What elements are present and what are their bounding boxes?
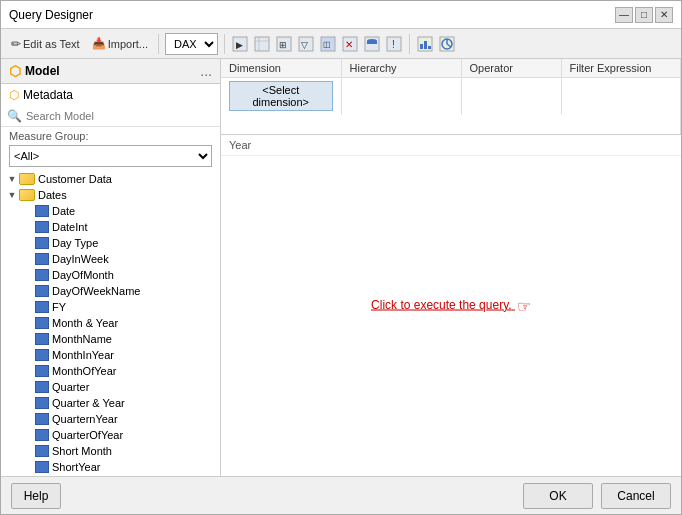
expand-icon[interactable] (21, 220, 35, 234)
tree-field-item[interactable]: DayInWeek (1, 251, 220, 267)
tree-field-item[interactable]: QuarterOfYear (1, 427, 220, 443)
edit-as-text-button[interactable]: ✏ Edit as Text (7, 35, 84, 53)
cancel-button[interactable]: Cancel (601, 483, 671, 509)
field-icon (35, 269, 49, 281)
dimension-col-header: Dimension (221, 59, 341, 78)
field-icon (35, 205, 49, 217)
svg-rect-19 (420, 44, 423, 49)
expand-icon[interactable] (21, 460, 35, 474)
tree-item-label: Date (52, 205, 75, 217)
toolbar-icon-exclaim[interactable]: ! (385, 35, 403, 53)
tree-root: ▼Customer Data▼DatesDateDateIntDay TypeD… (1, 171, 220, 476)
filter-row-2 (221, 114, 681, 134)
import-icon: 📥 (92, 37, 106, 50)
expand-icon[interactable] (21, 252, 35, 266)
left-panel: ⬡ Model ... ⬡ Metadata 🔍 Measure Group: … (1, 59, 221, 476)
metadata-item[interactable]: ⬡ Metadata (1, 84, 220, 106)
filter-table: Dimension Hierarchy Operator Filter Expr… (221, 59, 681, 134)
title-bar-buttons: — □ ✕ (615, 7, 673, 23)
toolbar-icon-2[interactable] (253, 35, 271, 53)
tree-group-item[interactable]: ▼Customer Data (1, 171, 220, 187)
toolbar-icon-9[interactable] (438, 35, 456, 53)
expand-icon[interactable]: ▼ (5, 188, 19, 202)
expand-icon[interactable] (21, 300, 35, 314)
cancel-query-icon: ✕ (342, 36, 358, 52)
tree-item-label: FY (52, 301, 66, 313)
maximize-button[interactable]: □ (635, 7, 653, 23)
expand-icon[interactable]: ▼ (5, 172, 19, 186)
field-icon (35, 365, 49, 377)
tree-field-item[interactable]: MonthName (1, 331, 220, 347)
bottom-bar: Help OK Cancel (1, 476, 681, 514)
tree-field-item[interactable]: DayOfMonth (1, 267, 220, 283)
toolbar-icon-7[interactable] (363, 35, 381, 53)
model-panel-header: ⬡ Model ... (1, 59, 220, 84)
tree-field-item[interactable]: Day Type (1, 235, 220, 251)
ok-button[interactable]: OK (523, 483, 593, 509)
tree-field-item[interactable]: QuarternYear (1, 411, 220, 427)
toolbar-icon-1[interactable]: ▶ (231, 35, 249, 53)
expand-icon[interactable] (21, 444, 35, 458)
filter-icon: ▽ (298, 36, 314, 52)
expand-icon[interactable] (21, 316, 35, 330)
tree-item-label: ShortYear (52, 461, 101, 473)
tree-field-item[interactable]: Quarter (1, 379, 220, 395)
expand-icon[interactable] (21, 236, 35, 250)
search-input[interactable] (26, 110, 214, 122)
tree-field-item[interactable]: Quarter & Year (1, 395, 220, 411)
tree-group-item[interactable]: ▼Dates (1, 187, 220, 203)
toolbar-icon-8[interactable] (416, 35, 434, 53)
tree-field-item[interactable]: DayOfWeekName (1, 283, 220, 299)
design-icon: ◫ (320, 36, 336, 52)
execute-query-text[interactable]: Click to execute the query. (371, 298, 512, 312)
expand-icon[interactable] (21, 284, 35, 298)
tree-field-item[interactable]: Short Month (1, 443, 220, 459)
expand-icon[interactable] (21, 348, 35, 362)
expand-icon[interactable] (21, 364, 35, 378)
tree-field-item[interactable]: Month & Year (1, 315, 220, 331)
dax-dropdown[interactable]: DAX (165, 33, 218, 55)
chart2-icon (439, 36, 455, 52)
help-button[interactable]: Help (11, 483, 61, 509)
measure-group-select[interactable]: <All> (9, 145, 212, 167)
empty-filter-row (221, 114, 681, 134)
expand-icon[interactable] (21, 412, 35, 426)
chart-icon (417, 36, 433, 52)
svg-text:▶: ▶ (236, 40, 243, 50)
close-button[interactable]: ✕ (655, 7, 673, 23)
tree-item-label: QuarternYear (52, 413, 118, 425)
query-designer-window: Query Designer — □ ✕ ✏ Edit as Text 📥 Im… (0, 0, 682, 515)
expand-icon[interactable] (21, 396, 35, 410)
tree-field-item[interactable]: MonthInYear (1, 347, 220, 363)
run-icon: ▶ (232, 36, 248, 52)
tree-item-label: MonthName (52, 333, 112, 345)
toolbar-icon-5[interactable]: ◫ (319, 35, 337, 53)
measure-group-label: Measure Group: (1, 127, 220, 145)
click-to-execute-link[interactable]: Click to execute the query. ☞ (371, 296, 531, 315)
minimize-button[interactable]: — (615, 7, 633, 23)
tree-field-item[interactable]: ShortYear (1, 459, 220, 475)
tree-field-item[interactable]: FY (1, 299, 220, 315)
import-label: Import... (108, 38, 148, 50)
expand-icon[interactable] (21, 380, 35, 394)
model-options-button[interactable]: ... (200, 63, 212, 79)
toolbar-icon-4[interactable]: ▽ (297, 35, 315, 53)
toolbar: ✏ Edit as Text 📥 Import... DAX ▶ (1, 29, 681, 59)
expand-icon[interactable] (21, 428, 35, 442)
select-dimension-button[interactable]: <Select dimension> (229, 81, 333, 111)
tree-item-label: MonthOfYear (52, 365, 116, 377)
toolbar-icon-3[interactable]: ⊞ (275, 35, 293, 53)
tree-field-item[interactable]: MonthOfYear (1, 363, 220, 379)
data-area: Year Click to execute the query. ☞ (221, 135, 681, 476)
expand-icon[interactable] (21, 332, 35, 346)
tree-item-label: DayOfMonth (52, 269, 114, 281)
import-button[interactable]: 📥 Import... (88, 35, 152, 52)
alert-icon: ! (386, 36, 402, 52)
svg-text:✕: ✕ (345, 39, 353, 50)
expand-icon[interactable] (21, 204, 35, 218)
tree-field-item[interactable]: DateInt (1, 219, 220, 235)
toolbar-icon-6[interactable]: ✕ (341, 35, 359, 53)
expand-icon[interactable] (21, 268, 35, 282)
field-icon (35, 397, 49, 409)
tree-field-item[interactable]: Date (1, 203, 220, 219)
